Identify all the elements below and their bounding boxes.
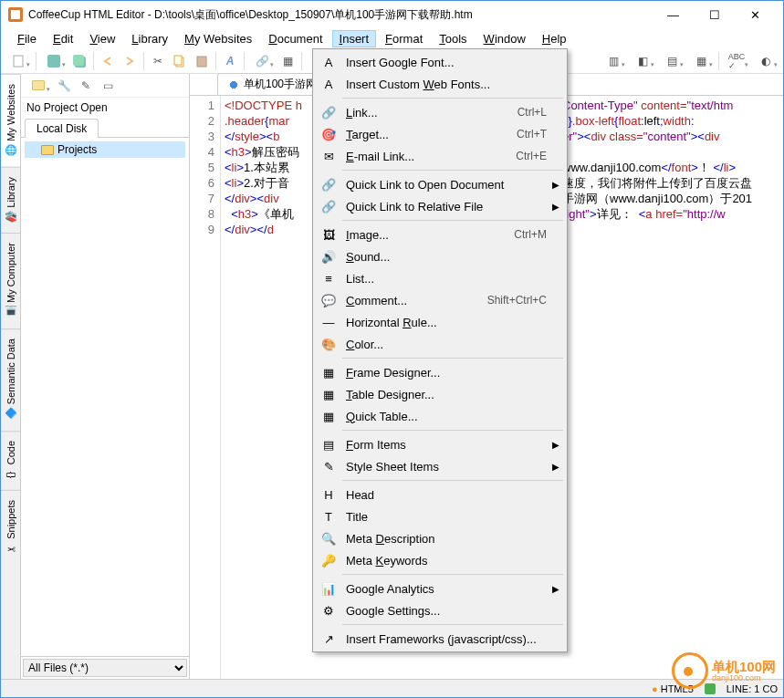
menu-edit[interactable]: Edit bbox=[46, 30, 80, 47]
menu-library[interactable]: Library bbox=[124, 30, 175, 47]
minimize-button[interactable]: — bbox=[653, 2, 694, 27]
menu-item-sound[interactable]: 🔊Sound... bbox=[315, 245, 565, 267]
file-filter-select[interactable]: All Files (*.*) bbox=[23, 659, 187, 677]
menu-file[interactable]: File bbox=[10, 30, 44, 47]
save-all-button[interactable] bbox=[69, 51, 89, 71]
sidetab-code[interactable]: {}Code bbox=[1, 431, 20, 490]
local-disk-tab[interactable]: Local Disk bbox=[25, 119, 99, 138]
sp-tool-3[interactable]: ▭ bbox=[98, 76, 118, 96]
sidetab-my-computer[interactable]: 💻My Computer bbox=[1, 233, 20, 328]
menu-window[interactable]: Window bbox=[476, 30, 533, 47]
menubar: FileEditViewLibraryMy WebsitesDocumentIn… bbox=[1, 28, 783, 48]
svg-rect-5 bbox=[174, 56, 182, 65]
folder-icon bbox=[41, 145, 54, 155]
tb-extra-2[interactable]: ◧ bbox=[629, 51, 656, 71]
menu-tools[interactable]: Tools bbox=[432, 30, 474, 47]
menu-document[interactable]: Document bbox=[261, 30, 329, 47]
menu-item-meta-keywords[interactable]: 🔑Meta Keywords bbox=[315, 549, 565, 571]
copy-button[interactable] bbox=[170, 51, 190, 71]
menu-item-form-items[interactable]: ▤Form Items▶ bbox=[315, 433, 565, 455]
menu-item-list[interactable]: ≡List... bbox=[315, 267, 565, 289]
menu-item-head[interactable]: HHead bbox=[315, 484, 565, 505]
insert-menu: AInsert Google Font...AInsert Custom Web… bbox=[312, 48, 568, 652]
sidetab-semantic-data[interactable]: 🔷Semantic Data bbox=[1, 328, 20, 430]
menu-item-link[interactable]: 🔗Link...Ctrl+L bbox=[315, 101, 565, 123]
tb-extra-3[interactable]: ▤ bbox=[658, 51, 685, 71]
menu-item-table-designer[interactable]: ▦Table Designer... bbox=[315, 383, 565, 405]
sidetab-snippets[interactable]: ✂Snippets bbox=[1, 490, 20, 565]
menu-item-title[interactable]: TTitle bbox=[315, 505, 565, 527]
menu-item-style-sheet-items[interactable]: ✎Style Sheet Items▶ bbox=[315, 455, 565, 477]
menu-view[interactable]: View bbox=[82, 30, 122, 47]
watermark-logo: 单机100网 danji100.com bbox=[672, 648, 781, 693]
svg-rect-0 bbox=[14, 56, 23, 67]
svg-rect-1 bbox=[47, 55, 60, 68]
new-button[interactable] bbox=[5, 51, 32, 71]
menu-format[interactable]: Format bbox=[378, 30, 430, 47]
menu-item-target[interactable]: 🎯Target...Ctrl+T bbox=[315, 123, 565, 145]
menu-item-quick-link-to-relative-file[interactable]: 🔗Quick Link to Relative File▶ bbox=[315, 195, 565, 217]
menu-item-meta-description[interactable]: 🔍Meta Description bbox=[315, 527, 565, 549]
tb-extra-4[interactable]: ▦ bbox=[687, 51, 715, 71]
menu-item-horizontal-rule[interactable]: —Horizontal Rule... bbox=[315, 311, 565, 333]
cut-button[interactable]: ✂ bbox=[148, 51, 168, 71]
font-button[interactable]: A bbox=[220, 51, 240, 71]
sp-tool-2[interactable]: ✎ bbox=[76, 76, 96, 96]
tree-item-label: Projects bbox=[57, 143, 97, 156]
menu-my-websites[interactable]: My Websites bbox=[177, 30, 259, 47]
menu-insert[interactable]: Insert bbox=[332, 30, 377, 47]
menu-item-insert-custom-web-fonts[interactable]: AInsert Custom Web Fonts... bbox=[315, 73, 565, 95]
menu-item-color[interactable]: 🎨Color... bbox=[315, 333, 565, 355]
sp-tool-1[interactable]: 🔧 bbox=[54, 76, 74, 96]
save-button[interactable] bbox=[40, 51, 68, 71]
tb-extra-5[interactable]: ◐ bbox=[752, 51, 779, 71]
link-button[interactable]: 🔗 bbox=[248, 51, 276, 71]
spellcheck-button[interactable]: ABC✓ bbox=[723, 51, 750, 71]
menu-item-insert-frameworks-javascript-css[interactable]: ↗Insert Frameworks (javascript/css)... bbox=[315, 628, 565, 650]
window-title: CoffeeCup HTML Editor - D:\tools\桌面\offi… bbox=[28, 7, 653, 23]
side-tabs: 🌐My Websites📚Library💻My Computer🔷Semanti… bbox=[1, 74, 21, 679]
sidetab-library[interactable]: 📚Library bbox=[1, 167, 20, 234]
paste-button[interactable] bbox=[192, 51, 212, 71]
titlebar: CoffeeCup HTML Editor - D:\tools\桌面\offi… bbox=[1, 1, 783, 28]
sidetab-my-websites[interactable]: 🌐My Websites bbox=[1, 74, 20, 167]
menu-item-google-analytics[interactable]: 📊Google Analytics▶ bbox=[315, 578, 565, 599]
menu-item-image[interactable]: 🖼Image...Ctrl+M bbox=[315, 224, 565, 245]
side-panel: 🔧 ✎ ▭ No Project Open Local Disk Project… bbox=[21, 74, 190, 679]
undo-button[interactable] bbox=[98, 51, 118, 71]
menu-item-comment[interactable]: 💬Comment...Shift+Ctrl+C bbox=[315, 289, 565, 311]
no-project-label: No Project Open bbox=[21, 98, 189, 118]
menu-help[interactable]: Help bbox=[535, 30, 574, 47]
redo-button[interactable] bbox=[120, 51, 140, 71]
menu-item-insert-google-font[interactable]: AInsert Google Font... bbox=[315, 51, 565, 73]
menu-item-google-settings[interactable]: ⚙Google Settings... bbox=[315, 599, 565, 621]
menu-item-frame-designer[interactable]: ▦Frame Designer... bbox=[315, 361, 565, 383]
table-button[interactable]: ▦ bbox=[277, 51, 298, 71]
svg-rect-6 bbox=[197, 57, 206, 67]
svg-rect-3 bbox=[73, 55, 84, 66]
statusbar: ●HTML5 LINE: 1 CO bbox=[1, 679, 783, 697]
close-button[interactable]: ✕ bbox=[735, 2, 776, 27]
maximize-button[interactable]: ☐ bbox=[694, 2, 735, 27]
line-gutter: 123456789 bbox=[190, 96, 221, 679]
tree-item-projects[interactable]: Projects bbox=[25, 141, 185, 158]
ie-icon bbox=[227, 78, 240, 91]
menu-item-quick-table[interactable]: ▦Quick Table... bbox=[315, 405, 565, 427]
sp-open-button[interactable] bbox=[25, 76, 52, 96]
app-icon bbox=[8, 7, 23, 22]
menu-item-e-mail-link[interactable]: ✉E-mail Link...Ctrl+E bbox=[315, 145, 565, 167]
menu-item-quick-link-to-open-document[interactable]: 🔗Quick Link to Open Document▶ bbox=[315, 173, 565, 195]
file-tree: Projects bbox=[21, 137, 189, 656]
tb-extra-1[interactable]: ▥ bbox=[600, 51, 627, 71]
